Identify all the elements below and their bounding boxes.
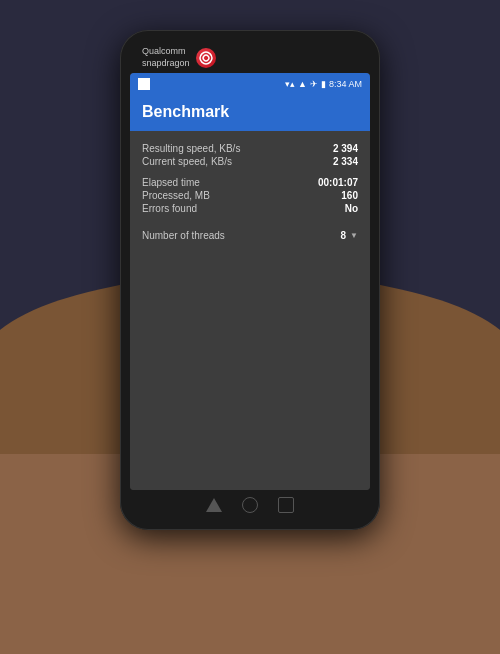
qualcomm-branding: Qualcomm snapdragon <box>126 40 374 73</box>
elapsed-time-value: 00:01:07 <box>318 177 358 188</box>
processed-label: Processed, MB <box>142 190 210 201</box>
dropdown-arrow-icon[interactable]: ▼ <box>350 231 358 240</box>
processed-value: 160 <box>341 190 358 201</box>
metric-row-errors: Errors found No <box>142 203 358 214</box>
phone-nav-bar <box>126 490 374 520</box>
home-button-icon[interactable] <box>242 497 258 513</box>
phone-screen: ▾▴ ▲ ✈ ▮ 8:34 AM Benchmark Resulting spe… <box>130 73 370 490</box>
errors-label: Errors found <box>142 203 197 214</box>
qualcomm-text-line2: snapdragon <box>142 58 190 70</box>
snapdragon-logo <box>196 48 216 68</box>
battery-icon: ▮ <box>321 79 326 89</box>
metric-row-current-speed: Current speed, KB/s 2 334 <box>142 156 358 167</box>
app-title: Benchmark <box>142 103 358 121</box>
status-checkbox-icon <box>138 78 150 90</box>
scene: Qualcomm snapdragon ▾▴ ▲ ✈ ▮ <box>0 0 500 654</box>
errors-value: No <box>345 203 358 214</box>
current-speed-value: 2 334 <box>333 156 358 167</box>
status-bar-right: ▾▴ ▲ ✈ ▮ 8:34 AM <box>285 79 362 89</box>
status-bar-left <box>138 78 150 90</box>
threads-control[interactable]: 8 ▼ <box>341 230 358 241</box>
spacer2 <box>142 216 358 224</box>
metric-row-resulting-speed: Resulting speed, KB/s 2 394 <box>142 143 358 154</box>
threads-value: 8 <box>341 230 347 241</box>
status-time: 8:34 AM <box>329 79 362 89</box>
recents-button-icon[interactable] <box>278 497 294 513</box>
current-speed-label: Current speed, KB/s <box>142 156 232 167</box>
signal-icon: ▲ <box>298 79 307 89</box>
metric-row-processed: Processed, MB 160 <box>142 190 358 201</box>
phone-device: Qualcomm snapdragon ▾▴ ▲ ✈ ▮ <box>120 30 380 530</box>
threads-label: Number of threads <box>142 230 225 241</box>
status-bar: ▾▴ ▲ ✈ ▮ 8:34 AM <box>130 73 370 95</box>
metric-row-elapsed-time: Elapsed time 00:01:07 <box>142 177 358 188</box>
app-header: Benchmark <box>130 95 370 131</box>
benchmark-content: Resulting speed, KB/s 2 394 Current spee… <box>130 131 370 490</box>
resulting-speed-label: Resulting speed, KB/s <box>142 143 240 154</box>
wifi-icon: ▾▴ <box>285 79 295 89</box>
plane-icon: ✈ <box>310 79 318 89</box>
qualcomm-text-line1: Qualcomm <box>142 46 190 58</box>
back-button-icon[interactable] <box>206 498 222 512</box>
spacer1 <box>142 169 358 177</box>
elapsed-time-label: Elapsed time <box>142 177 200 188</box>
threads-row[interactable]: Number of threads 8 ▼ <box>142 230 358 241</box>
resulting-speed-value: 2 394 <box>333 143 358 154</box>
